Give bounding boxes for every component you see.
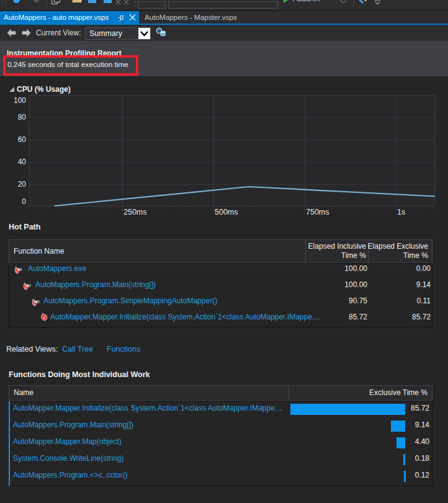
svg-text:500ms: 500ms: [215, 208, 238, 216]
svg-text:80: 80: [18, 113, 27, 122]
svg-text:20: 20: [18, 180, 27, 189]
svg-text:40: 40: [18, 158, 27, 166]
svg-text:250ms: 250ms: [123, 208, 147, 216]
svg-text:60: 60: [18, 135, 27, 144]
svg-text:100: 100: [14, 96, 26, 105]
svg-text:0: 0: [22, 197, 26, 206]
svg-text:1s: 1s: [397, 208, 405, 216]
svg-text:750ms: 750ms: [306, 208, 329, 216]
